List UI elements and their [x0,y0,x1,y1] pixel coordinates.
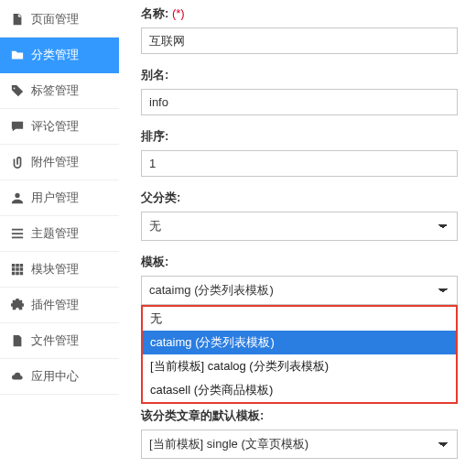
field-default-article-template: 该分类文章的默认模板: [当前模板] single (文章页模板) [141,408,458,459]
label-name: 名称: [141,6,168,20]
field-parent: 父分类: 无 [141,190,458,241]
folder-icon [11,49,24,61]
grid-icon [11,263,24,276]
comment-icon [11,120,24,133]
puzzle-icon [11,299,24,311]
sidebar-item-apps[interactable]: 应用中心 [0,359,119,395]
template-option-cataimg[interactable]: cataimg (分类列表模板) [143,331,456,354]
form-panel: 名称: (*) 别名: 排序: 父分类: 无 模板: [119,0,476,468]
sidebar-item-themes[interactable]: 主题管理 [0,216,119,252]
sidebar-item-label: 主题管理 [31,225,79,242]
doc-icon [11,334,24,347]
label-parent: 父分类: [141,190,180,204]
label-order: 排序: [141,129,168,143]
sidebar-item-label: 应用中心 [31,368,79,385]
sidebar-item-files[interactable]: 文件管理 [0,323,119,359]
cloud-icon [11,370,24,383]
order-input[interactable] [141,150,458,177]
field-alias: 别名: [141,67,458,115]
sidebar-item-categories[interactable]: 分类管理 [0,38,119,73]
field-template: 模板: cataimg (分类列表模板) 无 cataimg (分类列表模板) … [141,254,458,305]
tags-icon [11,84,24,97]
template-select[interactable]: cataimg (分类列表模板) [141,276,458,305]
template-option-catasell[interactable]: catasell (分类商品模板) [143,378,456,402]
sidebar-item-label: 附件管理 [31,154,79,170]
label-alias: 别名: [141,68,168,82]
sidebar-item-users[interactable]: 用户管理 [0,180,119,216]
sidebar-item-tags[interactable]: 标签管理 [0,73,119,109]
sidebar-item-label: 插件管理 [31,297,79,313]
required-mark: (*) [172,6,185,20]
sidebar-item-attachments[interactable]: 附件管理 [0,145,119,180]
sidebar-item-label: 标签管理 [31,82,79,99]
file-icon [11,13,24,26]
field-order: 排序: [141,128,458,177]
template-dropdown-open: 无 cataimg (分类列表模板) [当前模板] catalog (分类列表模… [141,305,458,404]
label-template: 模板: [141,255,168,268]
sidebar-item-comments[interactable]: 评论管理 [0,109,119,145]
name-input[interactable] [141,27,458,54]
sidebar-item-pages[interactable]: 页面管理 [0,2,119,38]
template-option-catalog[interactable]: [当前模板] catalog (分类列表模板) [143,354,456,378]
paperclip-icon [11,156,24,169]
alias-input[interactable] [141,89,458,115]
sidebar-item-label: 评论管理 [31,118,79,135]
parent-select[interactable]: 无 [141,212,458,241]
users-icon [11,191,24,204]
sidebar-item-label: 用户管理 [31,190,79,206]
sidebar-item-label: 文件管理 [31,332,79,349]
label-default-article-template: 该分类文章的默认模板: [141,408,264,422]
sidebar-item-label: 模块管理 [31,261,79,278]
default-article-template-select[interactable]: [当前模板] single (文章页模板) [141,430,458,459]
sidebar-item-label: 页面管理 [31,11,79,27]
sidebar: 页面管理 分类管理 标签管理 评论管理 附件管理 [0,0,119,468]
list-icon [11,227,24,240]
template-option-none[interactable]: 无 [143,307,456,331]
sidebar-item-plugins[interactable]: 插件管理 [0,288,119,323]
sidebar-item-modules[interactable]: 模块管理 [0,252,119,288]
field-name: 名称: (*) [141,5,458,54]
sidebar-item-label: 分类管理 [31,47,79,63]
